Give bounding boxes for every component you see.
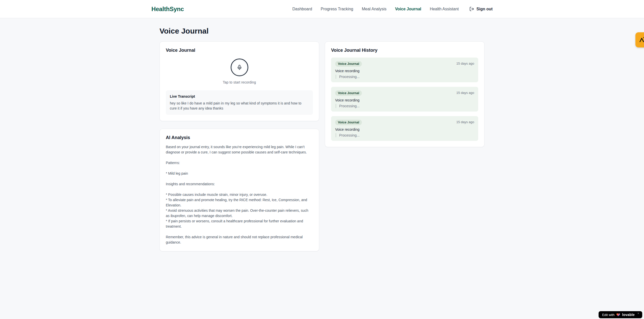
history-item-status: Processing... (336, 104, 474, 108)
lovable-edit-badge[interactable]: Edit with lovable × (599, 311, 642, 318)
recorder-card-title: Voice Journal (166, 48, 313, 53)
nav-item-meal-analysis[interactable]: Meal Analysis (362, 7, 387, 11)
history-item-timestamp: 15 days ago (456, 120, 474, 124)
history-item-badge: Voice Journal (335, 120, 362, 125)
ai-analysis-card: AI Analysis Based on your journal entry,… (159, 129, 319, 251)
history-item-title: Voice recording (335, 98, 474, 102)
history-item-status: Processing... (336, 75, 474, 79)
record-button[interactable] (231, 59, 248, 76)
sign-out-button[interactable]: Sign out (469, 7, 493, 11)
history-item-status: Processing... (336, 133, 474, 137)
lovable-side-badge[interactable] (635, 32, 644, 47)
history-card: Voice Journal History Voice Journal 15 d… (325, 41, 485, 147)
sign-out-icon (469, 7, 474, 11)
history-item[interactable]: Voice Journal 15 days ago Voice recordin… (331, 116, 478, 141)
history-item-title: Voice recording (335, 69, 474, 73)
live-transcript-box: Live Transcript hey so like I do have a … (166, 90, 313, 115)
history-item-title: Voice recording (335, 127, 474, 131)
history-item[interactable]: Voice Journal 15 days ago Voice recordin… (331, 58, 478, 82)
ai-analysis-title: AI Analysis (166, 135, 313, 140)
record-hint: Tap to start recording (166, 80, 313, 84)
history-item-timestamp: 15 days ago (456, 62, 474, 65)
history-item[interactable]: Voice Journal 15 days ago Voice recordin… (331, 87, 478, 112)
live-transcript-text: hey so like I do have a mild pain in my … (170, 101, 309, 111)
page-title: Voice Journal (159, 27, 485, 35)
history-list: Voice Journal 15 days ago Voice recordin… (331, 58, 478, 141)
lovable-logo-icon (639, 37, 644, 43)
live-transcript-title: Live Transcript (170, 94, 309, 98)
voice-recorder-card: Voice Journal Tap to start recording (159, 41, 319, 121)
nav-item-voice-journal[interactable]: Voice Journal (395, 7, 421, 11)
ai-analysis-text: Based on your journal entry, it sounds l… (166, 144, 313, 245)
lovable-brand-label: lovable (622, 313, 635, 317)
history-item-timestamp: 15 days ago (456, 91, 474, 95)
history-item-badge: Voice Journal (335, 61, 362, 67)
page-content: Voice Journal Voice Journal (159, 18, 485, 251)
main-nav: Dashboard Progress Tracking Meal Analysi… (292, 7, 493, 11)
top-nav-bar: HealthSync Dashboard Progress Tracking M… (0, 0, 644, 18)
lovable-heart-icon (616, 313, 620, 317)
microphone-icon (237, 65, 242, 70)
history-card-title: Voice Journal History (331, 48, 478, 53)
nav-item-progress-tracking[interactable]: Progress Tracking (321, 7, 353, 11)
nav-item-dashboard[interactable]: Dashboard (292, 7, 312, 11)
nav-item-health-assistant[interactable]: Health Assistant (430, 7, 459, 11)
edit-with-label: Edit with (602, 313, 614, 317)
brand-logo[interactable]: HealthSync (151, 6, 184, 13)
history-item-badge: Voice Journal (335, 90, 362, 96)
close-edit-badge-icon[interactable]: × (637, 312, 639, 315)
sign-out-label: Sign out (476, 7, 493, 11)
